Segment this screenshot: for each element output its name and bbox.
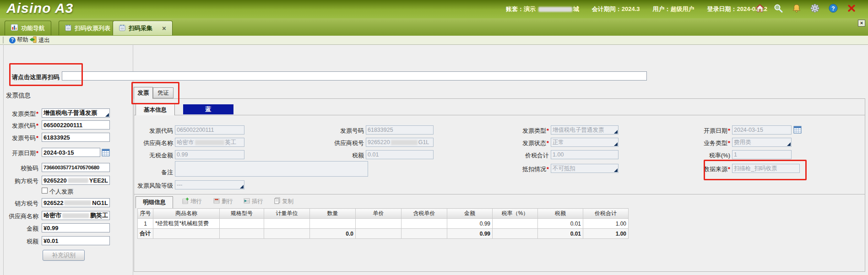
tab-blue-invoice[interactable]: 蓝 [183, 104, 233, 114]
invoice-info-title: 发票信息 [6, 92, 31, 100]
close-app-icon[interactable] [847, 4, 856, 13]
cell-product-name: *经营租赁*机械租赁费 [153, 219, 220, 229]
toolbar: ? 帮助 退出 [0, 36, 868, 45]
period-label: 会计期间： [592, 5, 622, 12]
supplier-name-input[interactable]: 哈密市鹏英工 [42, 211, 110, 220]
r-calendar-icon[interactable] [793, 125, 802, 135]
total-total-with-tax: 1.00 [583, 229, 629, 239]
invoice-code-input[interactable]: 065002200111 [42, 120, 110, 129]
session-info: 账套：演示 城 会计期间：2024.3 用户：超级用户 登录日期：2024-03… [506, 5, 767, 13]
tab-basic-info[interactable]: 基本信息 [136, 104, 175, 115]
col-amount: 金额 [447, 209, 493, 219]
invoice-type-select[interactable]: 增值税电子普通发票 [42, 108, 110, 118]
login-date-label: 登录日期： [707, 5, 737, 12]
total-tax-rate [493, 229, 538, 239]
r-data-source-label: 数据来源* [662, 165, 730, 173]
tab-voucher[interactable]: 凭证 [153, 87, 174, 98]
amount-input[interactable]: ¥0.99 [42, 223, 110, 232]
check-code-input[interactable]: 73660035771470570680 [42, 163, 110, 172]
settings-gear-icon[interactable] [810, 4, 819, 13]
personal-invoice-checkbox[interactable] [42, 188, 48, 194]
tab-close-icon[interactable]: × [162, 25, 166, 32]
buyer-tax-no-input[interactable]: 9265220YEE2L [42, 176, 110, 185]
bell-icon[interactable] [792, 4, 801, 13]
insert-row-label: 插行 [252, 198, 263, 205]
add-row-button[interactable]: 增行 [182, 197, 202, 205]
tab-function-nav[interactable]: 功能导航 [5, 21, 51, 35]
cell-spec [220, 219, 264, 229]
top-bar: Aisino A3 账套：演示 城 会计期间：2024.3 用户：超级用户 登录… [0, 0, 868, 18]
col-tax-rate: 税率（%） [493, 209, 538, 219]
cell-seq: 1 [138, 219, 153, 229]
insert-row-button[interactable]: 插行 [244, 197, 263, 205]
tab-detail-info[interactable]: 明细信息 [136, 196, 173, 208]
help-button-icon: ? [9, 37, 16, 43]
r-data-source-input: 扫描枪_扫码收票 [732, 164, 800, 173]
bar-chart-icon [11, 24, 18, 32]
copy-row-button[interactable]: 复制 [274, 197, 293, 205]
amount-value: ¥0.99 [43, 225, 59, 232]
tab-scan-collect[interactable]: 扫码采集 × [113, 21, 173, 35]
scan-here-label: 请点击这里再扫码 [12, 73, 60, 81]
supplier-name-suffix: 鹏英工 [90, 211, 108, 220]
col-unit-price-with-tax: 含税单价 [401, 209, 447, 219]
delete-row-icon [213, 197, 220, 205]
search-icon[interactable] [774, 4, 783, 13]
invoice-number-input[interactable]: 61833925 [42, 133, 110, 142]
r-net-amount-input: 0.99 [175, 150, 244, 159]
cell-unit [264, 219, 310, 229]
account-redacted [538, 7, 572, 12]
notepad-icon [119, 24, 125, 32]
total-tax: 0.01 [538, 229, 583, 239]
invoice-date-value: 2024-03-15 [43, 149, 74, 156]
scan-input[interactable] [62, 71, 647, 81]
tabbar-close-icon[interactable]: × [858, 20, 865, 27]
total-quantity: 0.0 [310, 229, 356, 239]
seller-tax-no-suffix: NG1L [92, 200, 108, 206]
account-value-suffix: 城 [573, 5, 579, 12]
help-button[interactable]: ? 帮助 [9, 36, 28, 44]
r-business-type-label: 业务类型* [662, 139, 730, 147]
r-tax-rate-label: 税率(%) [662, 151, 730, 160]
r-invoice-number-input: 61833925 [366, 125, 434, 135]
app-window: Aisino A3 账套：演示 城 会计期间：2024.3 用户：超级用户 登录… [0, 0, 868, 275]
r-risk-level-select: --- [175, 180, 244, 189]
home-icon[interactable] [755, 4, 765, 13]
r-total-with-tax-input: 1.00 [551, 150, 618, 159]
tab-invoice-label: 发票 [138, 89, 149, 97]
invoice-date-input[interactable]: 2024-03-15 [42, 148, 100, 157]
window-tab-bar: 功能导航 扫码收票列表 扫码采集 × × [0, 18, 868, 36]
help-button-label: 帮助 [17, 36, 28, 44]
seller-tax-no-input[interactable]: 926522NG1L [42, 198, 110, 207]
r-tax-input: 0.01 [366, 150, 434, 159]
delete-row-button[interactable]: 删行 [213, 197, 233, 205]
detail-section-divider [134, 194, 865, 194]
tab-scan-collect-label: 扫码采集 [129, 24, 152, 32]
table-row[interactable]: 1 *经营租赁*机械租赁费 0.99 0.01 1.00 [138, 219, 629, 229]
notepad-icon [65, 24, 71, 32]
supplement-recognize-button[interactable]: 补充识别 [43, 250, 85, 261]
app-logo: Aisino A3 [6, 0, 73, 16]
r-business-type-select: 费用类 [732, 138, 792, 147]
r-tax-label: 税额 [295, 151, 364, 160]
tab-function-nav-label: 功能导航 [21, 24, 45, 32]
tax-input[interactable]: ¥0.01 [42, 236, 110, 245]
invoice-number-value: 61833925 [43, 134, 70, 141]
r-remark-textarea [175, 161, 368, 177]
svg-text:?: ? [831, 5, 835, 12]
tab-scan-list[interactable]: 扫码收票列表 [59, 21, 117, 35]
exit-icon [29, 36, 37, 44]
help-icon[interactable]: ? [829, 4, 838, 13]
period-info: 会计期间：2024.3 [592, 5, 640, 13]
col-total-with-tax: 价税合计 [583, 209, 629, 219]
total-spec [220, 229, 264, 239]
r-invoice-date-label: 开票日期* [662, 127, 730, 135]
total-unit [264, 229, 310, 239]
exit-button[interactable]: 退出 [29, 36, 50, 44]
tab-invoice[interactable]: 发票 [134, 87, 153, 99]
subtab-divider [134, 115, 865, 115]
account-label: 账套： [506, 5, 524, 12]
toolbar-separator [3, 37, 4, 43]
r-invoice-code-label: 发票代码 [104, 127, 173, 135]
r-tax-rate-input: 1 [732, 150, 792, 159]
